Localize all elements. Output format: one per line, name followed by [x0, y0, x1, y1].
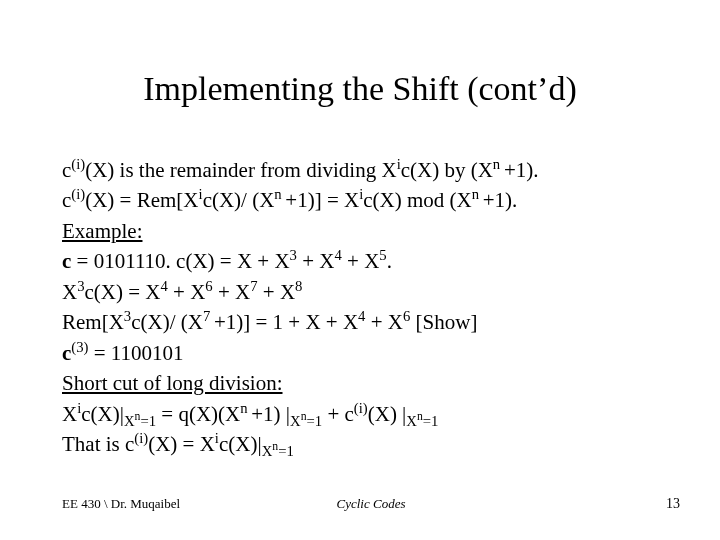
t: c(X)/ (X [131, 310, 203, 334]
t: = q(X)(X [156, 402, 240, 426]
sup: 4 [161, 278, 168, 294]
sup: 8 [295, 278, 302, 294]
t: + X [258, 280, 296, 304]
t: (X) = X [148, 432, 215, 456]
t: +1)] = 1 + X + X [214, 310, 358, 334]
t: + X [297, 249, 335, 273]
t: +1). [504, 158, 539, 182]
t: [Show] [410, 310, 477, 334]
footer-center: Cyclic Codes [62, 496, 680, 512]
line-8: Short cut of long division: [62, 368, 662, 398]
t: c [62, 249, 71, 273]
sup: n [472, 186, 483, 202]
sub: X [406, 413, 417, 429]
t: + X [365, 310, 403, 334]
sup: 3 [290, 247, 297, 263]
t: X [62, 402, 77, 426]
t: That is c [62, 432, 134, 456]
t: c [62, 341, 71, 365]
t: c(X) = X [85, 280, 161, 304]
sup: (i) [71, 156, 85, 172]
t: +1) | [251, 402, 290, 426]
t: + c [322, 402, 354, 426]
t: . [387, 249, 392, 273]
sup: 3 [77, 278, 84, 294]
t: X [62, 280, 77, 304]
sub: X [124, 413, 135, 429]
sup: (3) [71, 339, 88, 355]
t: c(X) by (X [401, 158, 493, 182]
sup: 7 [203, 308, 214, 324]
t: c [62, 158, 71, 182]
slide-body: c(i)(X) is the remainder from dividing X… [62, 155, 662, 459]
t: c(X)| [219, 432, 262, 456]
example-label: Example: [62, 219, 142, 243]
t: c(X) mod (X [363, 188, 471, 212]
line-5: X3c(X) = X4 + X6 + X7 + X8 [62, 277, 662, 307]
t: + X [342, 249, 380, 273]
sup: (i) [134, 430, 148, 446]
t: Rem[X [62, 310, 124, 334]
sup: 4 [334, 247, 341, 263]
sup: 6 [205, 278, 212, 294]
t: +1). [483, 188, 518, 212]
line-3: Example: [62, 216, 662, 246]
sub: =1 [423, 413, 439, 429]
t: +1)] = X [285, 188, 359, 212]
line-2: c(i)(X) = Rem[Xic(X)/ (Xn +1)] = Xic(X) … [62, 185, 662, 215]
sup: (i) [354, 400, 368, 416]
t: + X [168, 280, 206, 304]
t: (X) | [368, 402, 407, 426]
t: c(X)/ (X [203, 188, 275, 212]
t: c [62, 188, 71, 212]
shortcut-label: Short cut of long division: [62, 371, 283, 395]
line-9: Xic(X)|Xn=1 = q(X)(Xn +1) |Xn=1 + c(i)(X… [62, 399, 662, 429]
footer: EE 430 \ Dr. Muqaibel Cyclic Codes 13 [62, 496, 680, 512]
t: (X) = Rem[X [85, 188, 198, 212]
sup: 7 [250, 278, 257, 294]
sup: 5 [379, 247, 386, 263]
t: (X) is the remainder from dividing X [85, 158, 396, 182]
line-6: Rem[X3c(X)/ (X7 +1)] = 1 + X + X4 + X6 [… [62, 307, 662, 337]
sup: n [274, 186, 285, 202]
t: + X [213, 280, 251, 304]
sub: =1 [307, 413, 323, 429]
t: = 1100101 [88, 341, 183, 365]
line-1: c(i)(X) is the remainder from dividing X… [62, 155, 662, 185]
sub: =1 [278, 443, 294, 459]
line-4: c = 0101110. c(X) = X + X3 + X4 + X5. [62, 246, 662, 276]
line-10: That is c(i)(X) = Xic(X)|Xn=1 [62, 429, 662, 459]
t: c(X)| [81, 402, 124, 426]
sup: n [240, 400, 251, 416]
sup: n [493, 156, 504, 172]
sub: X [262, 443, 273, 459]
t: = 0101110. c(X) = X + X [71, 249, 289, 273]
sub: X [290, 413, 301, 429]
line-7: c(3) = 1100101 [62, 338, 662, 368]
slide-title: Implementing the Shift (cont’d) [0, 70, 720, 108]
sup: (i) [71, 186, 85, 202]
sub: =1 [140, 413, 156, 429]
slide: Implementing the Shift (cont’d) c(i)(X) … [0, 0, 720, 540]
